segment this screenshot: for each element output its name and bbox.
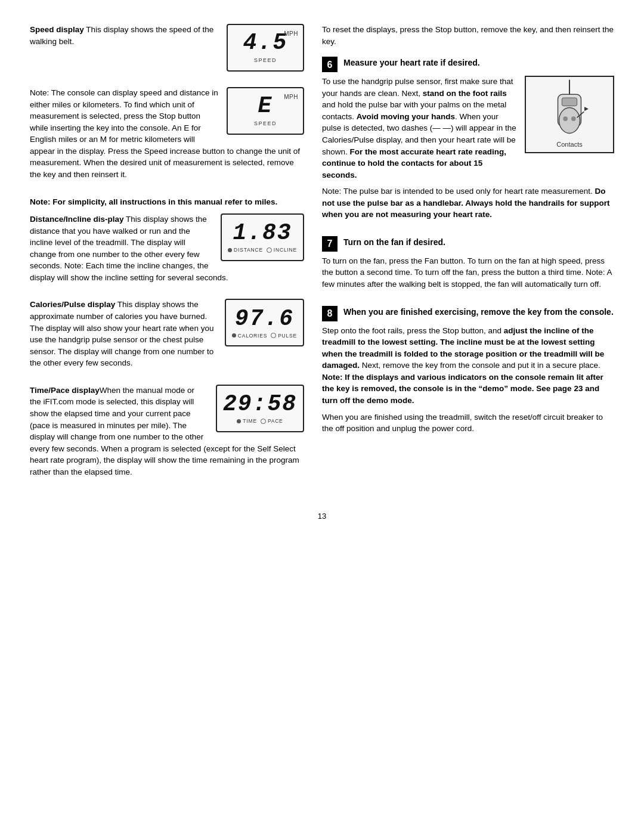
svg-point-3 <box>559 108 580 134</box>
speed-display-section: MPH 4.5 SPEED Speed display This display… <box>30 24 304 76</box>
svg-point-5 <box>571 116 576 121</box>
speed2-value: E <box>258 95 273 117</box>
distance-dot: DISTANCE <box>228 246 263 253</box>
step6-note: Note: The pulse bar is intended to be us… <box>322 185 614 221</box>
step6-title: Measure your heart rate if desired. <box>343 57 480 69</box>
main-content: MPH 4.5 SPEED Speed display This display… <box>30 24 614 493</box>
calories-heading-bold: Calories/Pulse <box>30 300 85 309</box>
step6-body3-bold: For the most accurate heart rate reading… <box>322 147 506 179</box>
svg-text:▶: ▶ <box>584 106 589 112</box>
time-section: 29:58 TIME PACE Time/Pace displayWhen th… <box>30 385 304 483</box>
speed-label: SPEED <box>254 57 277 64</box>
step8-body1: Step onto the foot rails, press the Stop… <box>322 325 614 407</box>
simplicity-note: Note: For simplicity, all instructions i… <box>30 196 304 208</box>
step7-body: To turn on the fan, press the Fan button… <box>322 255 614 290</box>
calories-display-box: 97.6 CALORIES PULSE <box>225 299 304 346</box>
time-dots: TIME PACE <box>237 417 283 425</box>
step7-num: 7 <box>322 236 338 252</box>
step8-section: 8 When you are finished exercising, remo… <box>322 306 614 439</box>
calories-heading-cont: display <box>88 300 116 309</box>
distance-value: 1.83 <box>233 222 292 244</box>
step7-title: Turn on the fan if desired. <box>343 236 445 249</box>
svg-point-4 <box>563 116 568 121</box>
step7-header: 7 Turn on the fan if desired. <box>322 236 614 252</box>
contacts-illustration: ▶ Contacts <box>525 76 614 153</box>
simplicity-note-bold: Note: For simplicity, all instructions i… <box>30 197 277 206</box>
calories-dot: CALORIES <box>232 332 267 339</box>
speed-value: 4.5 <box>243 32 287 54</box>
left-column: MPH 4.5 SPEED Speed display This display… <box>30 24 304 493</box>
speed-note-section: MPH E SPEED Note: The console can displa… <box>30 87 304 185</box>
time-value: 29:58 <box>223 393 297 416</box>
calories-dots: CALORIES PULSE <box>232 332 297 339</box>
calories-value: 97.6 <box>235 308 294 330</box>
pace-dot: PACE <box>261 417 283 425</box>
step6-header: 6 Measure your heart rate if desired. <box>322 57 614 72</box>
calories-body: This display shows the approximate numbe… <box>30 300 213 367</box>
calories-section: 97.6 CALORIES PULSE Calories/Pulse displ… <box>30 299 304 373</box>
distance-heading-bold: Distance/Incline dis-play <box>30 215 124 224</box>
step6-body1-bold: stand on the foot rails <box>423 89 507 98</box>
distance-section: 1.83 DISTANCE INCLINE Distance/Incline d… <box>30 213 304 288</box>
distance-body: This display shows the distance that you… <box>30 215 228 282</box>
speed2-unit: MPH <box>284 93 298 102</box>
step8-body2: When you are finished using the treadmil… <box>322 411 614 435</box>
speed-display-box: MPH 4.5 SPEED <box>227 24 304 72</box>
distance-display-box: 1.83 DISTANCE INCLINE <box>221 213 304 261</box>
step7-section: 7 Turn on the fan if desired. To turn on… <box>322 236 614 295</box>
step8-title: When you are finished exercising, remove… <box>343 306 614 318</box>
step6-num: 6 <box>322 57 338 72</box>
step8-note-bold: Note: If the displays and various indica… <box>322 373 603 405</box>
incline-dot: INCLINE <box>267 246 297 253</box>
step8-num: 8 <box>322 306 338 321</box>
speed2-label: SPEED <box>254 120 277 128</box>
step6-section: 6 Measure your heart rate if desired. ▶ <box>322 57 614 225</box>
speed-unit: MPH <box>284 30 298 39</box>
step6-body2-bold: Avoid moving your hands <box>357 112 455 121</box>
time-display-box: 29:58 TIME PACE <box>216 385 304 432</box>
pulse-dot: PULSE <box>271 332 297 339</box>
distance-dots: DISTANCE INCLINE <box>228 246 297 253</box>
step8-header: 8 When you are finished exercising, remo… <box>322 306 614 321</box>
right-column: To reset the displays, press the Stop bu… <box>322 24 614 493</box>
svg-rect-2 <box>562 98 577 106</box>
speed-display-box2: MPH E SPEED <box>227 87 304 135</box>
page-number: 13 <box>30 511 614 522</box>
time-heading: Time/Pace display <box>30 386 100 395</box>
contacts-svg: ▶ <box>526 77 613 142</box>
speed-heading-bold: Speed display <box>30 25 84 34</box>
time-dot: TIME <box>237 417 257 425</box>
reset-note: To reset the displays, press the Stop bu… <box>322 24 614 47</box>
